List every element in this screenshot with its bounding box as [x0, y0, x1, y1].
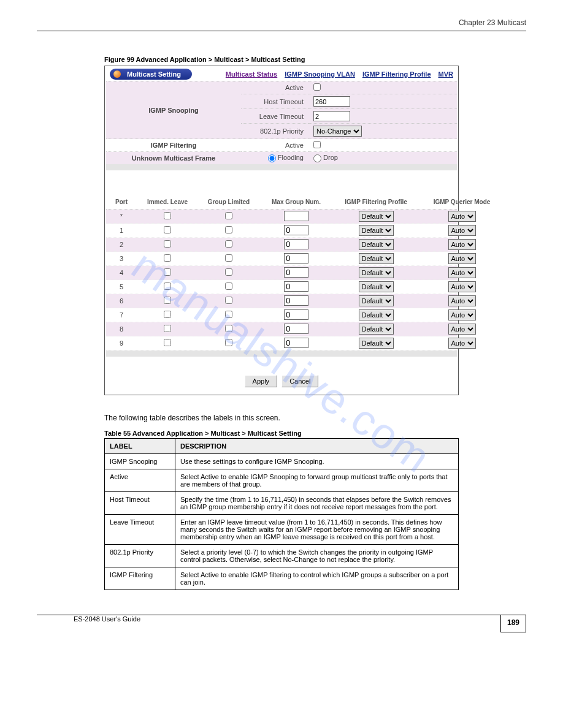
checkbox-immed-leave[interactable] — [164, 297, 171, 304]
port-id: 8 — [106, 325, 137, 333]
input-host-timeout[interactable] — [313, 96, 350, 107]
checkbox-group-limited[interactable] — [225, 282, 232, 290]
radio-flooding[interactable] — [268, 154, 276, 162]
table-row: Leave TimeoutEnter an IGMP leave timeout… — [105, 514, 459, 544]
select-querier-mode[interactable]: Auto — [448, 324, 476, 335]
checkbox-immed-leave[interactable] — [164, 254, 171, 262]
select-profile[interactable]: Default — [359, 225, 394, 236]
input-max-group[interactable] — [284, 225, 308, 235]
port-id: 1 — [106, 227, 137, 234]
desc-text: Select a priority level (0-7) to which t… — [175, 544, 459, 567]
label-leave-timeout: Leave Timeout — [241, 109, 308, 124]
checkbox-group-limited[interactable] — [225, 325, 232, 332]
label-host-timeout: Host Timeout — [241, 94, 308, 109]
desc-label: 802.1p Priority — [105, 544, 175, 567]
select-profile[interactable]: Default — [359, 267, 394, 278]
page-number: 189 — [500, 615, 526, 632]
checkbox-immed-leave[interactable] — [164, 226, 171, 233]
select-querier-mode[interactable]: Auto — [448, 281, 476, 292]
figure-caption: Figure 99 Advanced Application > Multica… — [104, 56, 526, 63]
desc-label: Active — [105, 469, 175, 491]
checkbox-group-limited[interactable] — [225, 297, 232, 304]
desc-table-title: Table 55 Advanced Application > Multicas… — [104, 430, 459, 437]
checkbox-immed-leave[interactable] — [164, 339, 171, 346]
checkbox-immed-leave[interactable] — [164, 282, 171, 290]
table-row: ActiveSelect Active to enable IGMP Snoop… — [105, 469, 459, 491]
input-max-group[interactable] — [284, 338, 308, 348]
select-querier-mode[interactable]: Auto — [448, 253, 476, 264]
select-profile[interactable]: Default — [359, 324, 394, 335]
desc-text: Use these settings to configure IGMP Sno… — [175, 453, 459, 469]
nav-igmp-snooping-vlan[interactable]: IGMP Snooping VLAN — [285, 70, 355, 78]
table-row: 802.1p PrioritySelect a priority level (… — [105, 544, 459, 567]
select-querier-mode[interactable]: Auto — [448, 295, 476, 306]
description-table: LABEL DESCRIPTION IGMP SnoopingUse these… — [104, 438, 459, 590]
select-querier-mode[interactable]: Auto — [448, 225, 476, 236]
port-row: 2DefaultAuto — [106, 238, 457, 252]
table-row: IGMP FilteringSelect Active to enable IG… — [105, 567, 459, 590]
input-max-group[interactable] — [284, 309, 308, 320]
checkbox-group-limited[interactable] — [225, 226, 232, 233]
select-querier-mode[interactable]: Auto — [448, 239, 476, 250]
input-max-group[interactable] — [284, 239, 308, 249]
checkbox-immed-leave[interactable] — [164, 311, 171, 318]
select-profile[interactable]: Default — [359, 281, 394, 292]
select-profile[interactable]: Default — [359, 239, 394, 250]
checkbox-filtering-active[interactable] — [313, 141, 321, 148]
select-profile[interactable]: Default — [359, 211, 394, 222]
port-row: 5DefaultAuto — [106, 280, 457, 294]
config-panel: Multicast Setting Multicast Status IGMP … — [104, 66, 459, 395]
checkbox-group-limited[interactable] — [225, 254, 232, 262]
desc-label: Host Timeout — [105, 491, 175, 514]
checkbox-immed-leave[interactable] — [164, 212, 171, 219]
label-drop: Drop — [323, 154, 338, 161]
select-profile[interactable]: Default — [359, 295, 394, 306]
label-flooding: Flooding — [278, 154, 304, 161]
input-max-group[interactable] — [284, 253, 308, 264]
port-row: 4DefaultAuto — [106, 266, 457, 280]
checkbox-immed-leave[interactable] — [164, 325, 171, 332]
label-unknown-frame: Unknown Multicast Frame — [106, 152, 241, 164]
port-id: 6 — [106, 297, 137, 305]
select-profile[interactable]: Default — [359, 338, 394, 349]
select-querier-mode[interactable]: Auto — [448, 211, 476, 222]
checkbox-group-limited[interactable] — [225, 240, 232, 248]
th-description: DESCRIPTION — [175, 438, 459, 453]
nav-mvr[interactable]: MVR — [439, 70, 453, 78]
port-row: 1DefaultAuto — [106, 224, 457, 238]
checkbox-group-limited[interactable] — [225, 311, 232, 318]
nav-multicast-status[interactable]: Multicast Status — [226, 70, 277, 78]
select-profile[interactable]: Default — [359, 253, 394, 264]
input-max-group[interactable] — [284, 267, 308, 278]
nav-igmp-filtering-profile[interactable]: IGMP Filtering Profile — [362, 70, 431, 78]
select-querier-mode[interactable]: Auto — [448, 338, 476, 349]
select-querier-mode[interactable]: Auto — [448, 309, 476, 320]
desc-label: IGMP Snooping — [105, 453, 175, 469]
radio-drop[interactable] — [313, 154, 321, 162]
port-id: 3 — [106, 255, 137, 262]
port-id: 5 — [106, 283, 137, 290]
panel-title: Multicast Setting — [110, 69, 192, 80]
port-row: *DefaultAuto — [106, 210, 457, 224]
checkbox-snooping-active[interactable] — [313, 83, 321, 91]
input-leave-timeout[interactable] — [313, 111, 350, 121]
input-max-group[interactable] — [284, 324, 308, 334]
checkbox-group-limited[interactable] — [225, 339, 232, 346]
checkbox-immed-leave[interactable] — [164, 268, 171, 276]
cancel-button[interactable]: Cancel — [282, 375, 318, 387]
select-querier-mode[interactable]: Auto — [448, 267, 476, 278]
port-row: 9DefaultAuto — [106, 336, 457, 351]
input-max-group[interactable] — [284, 295, 308, 306]
input-max-group[interactable] — [284, 211, 308, 221]
label-8021p-priority: 802.1p Priority — [241, 124, 308, 139]
port-id: 2 — [106, 241, 137, 248]
select-8021p-priority[interactable]: No-Change — [313, 126, 362, 137]
input-max-group[interactable] — [284, 281, 308, 292]
table-row: Host TimeoutSpecify the time (from 1 to … — [105, 491, 459, 514]
checkbox-immed-leave[interactable] — [164, 240, 171, 248]
apply-button[interactable]: Apply — [245, 375, 278, 387]
checkbox-group-limited[interactable] — [225, 212, 232, 219]
select-profile[interactable]: Default — [359, 309, 394, 320]
label-igmp-filtering: IGMP Filtering — [106, 139, 241, 152]
checkbox-group-limited[interactable] — [225, 268, 232, 276]
